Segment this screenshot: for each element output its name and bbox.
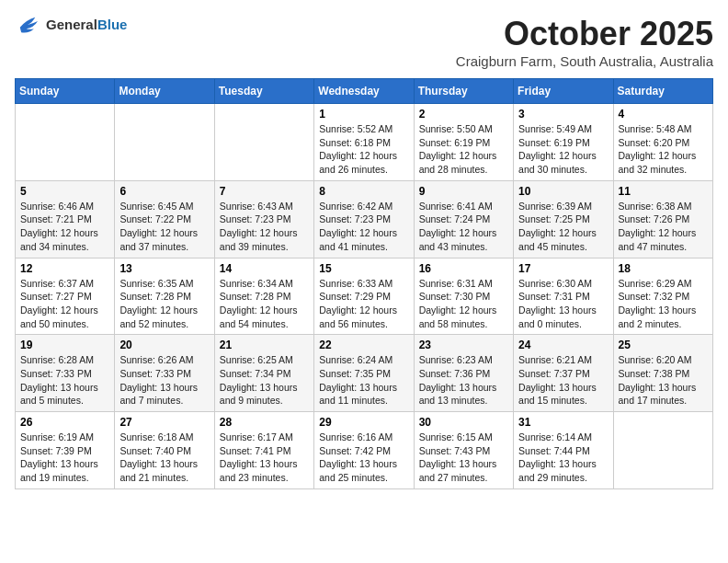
calendar-cell: 18Sunrise: 6:29 AMSunset: 7:32 PMDayligh… bbox=[613, 258, 712, 335]
day-info: Sunrise: 5:52 AMSunset: 6:18 PMDaylight:… bbox=[319, 122, 408, 177]
dow-header-saturday: Saturday bbox=[613, 79, 712, 104]
day-number: 6 bbox=[119, 185, 209, 198]
day-number: 20 bbox=[119, 339, 209, 351]
day-number: 24 bbox=[518, 339, 608, 351]
calendar-cell: 28Sunrise: 6:17 AMSunset: 7:41 PMDayligh… bbox=[214, 412, 313, 489]
page-header: GeneralBlue October 2025 Craigburn Farm,… bbox=[15, 15, 713, 69]
calendar-cell: 19Sunrise: 6:28 AMSunset: 7:33 PMDayligh… bbox=[16, 335, 115, 412]
day-info: Sunrise: 6:29 AMSunset: 7:32 PMDaylight:… bbox=[619, 277, 708, 331]
calendar-cell: 16Sunrise: 6:31 AMSunset: 7:30 PMDayligh… bbox=[414, 258, 513, 335]
day-info: Sunrise: 6:19 AMSunset: 7:39 PMDaylight:… bbox=[20, 431, 109, 485]
day-number: 5 bbox=[20, 185, 109, 198]
dow-header-tuesday: Tuesday bbox=[214, 79, 313, 104]
calendar-cell bbox=[16, 104, 115, 181]
day-info: Sunrise: 6:20 AMSunset: 7:38 PMDaylight:… bbox=[619, 353, 708, 408]
day-info: Sunrise: 6:43 AMSunset: 7:23 PMDaylight:… bbox=[220, 200, 309, 254]
calendar-cell: 26Sunrise: 6:19 AMSunset: 7:39 PMDayligh… bbox=[16, 412, 115, 489]
day-number: 10 bbox=[518, 185, 608, 198]
day-info: Sunrise: 6:16 AMSunset: 7:42 PMDaylight:… bbox=[319, 431, 408, 485]
calendar-cell: 4Sunrise: 5:48 AMSunset: 6:20 PMDaylight… bbox=[613, 104, 712, 181]
calendar-cell bbox=[115, 104, 214, 181]
day-number: 1 bbox=[319, 108, 408, 121]
calendar-cell: 14Sunrise: 6:34 AMSunset: 7:28 PMDayligh… bbox=[214, 258, 313, 335]
day-number: 7 bbox=[220, 185, 309, 198]
day-info: Sunrise: 6:45 AMSunset: 7:22 PMDaylight:… bbox=[119, 200, 209, 254]
month-title: October 2025 bbox=[456, 15, 713, 53]
location-title: Craigburn Farm, South Australia, Austral… bbox=[456, 53, 713, 69]
calendar-cell: 7Sunrise: 6:43 AMSunset: 7:23 PMDaylight… bbox=[214, 180, 313, 258]
day-number: 28 bbox=[220, 416, 309, 429]
title-block: October 2025 Craigburn Farm, South Austr… bbox=[456, 15, 713, 69]
day-number: 26 bbox=[20, 416, 109, 429]
day-info: Sunrise: 6:14 AMSunset: 7:44 PMDaylight:… bbox=[518, 431, 608, 485]
calendar-cell: 13Sunrise: 6:35 AMSunset: 7:28 PMDayligh… bbox=[115, 258, 214, 335]
day-number: 17 bbox=[518, 262, 608, 275]
day-info: Sunrise: 5:49 AMSunset: 6:19 PMDaylight:… bbox=[518, 122, 608, 177]
day-number: 31 bbox=[518, 416, 608, 429]
calendar-cell bbox=[214, 104, 313, 181]
day-number: 21 bbox=[220, 339, 309, 351]
day-info: Sunrise: 6:46 AMSunset: 7:21 PMDaylight:… bbox=[20, 200, 109, 254]
day-number: 15 bbox=[319, 262, 408, 275]
day-info: Sunrise: 6:17 AMSunset: 7:41 PMDaylight:… bbox=[220, 431, 309, 485]
calendar-week-4: 19Sunrise: 6:28 AMSunset: 7:33 PMDayligh… bbox=[16, 335, 713, 412]
dow-header-sunday: Sunday bbox=[16, 79, 115, 104]
day-info: Sunrise: 6:23 AMSunset: 7:36 PMDaylight:… bbox=[419, 353, 508, 408]
calendar-cell: 29Sunrise: 6:16 AMSunset: 7:42 PMDayligh… bbox=[314, 412, 414, 489]
day-number: 4 bbox=[619, 108, 708, 121]
calendar-cell: 1Sunrise: 5:52 AMSunset: 6:18 PMDaylight… bbox=[314, 104, 414, 181]
day-info: Sunrise: 6:15 AMSunset: 7:43 PMDaylight:… bbox=[419, 431, 508, 485]
calendar-cell bbox=[613, 412, 712, 489]
day-info: Sunrise: 6:42 AMSunset: 7:23 PMDaylight:… bbox=[319, 200, 408, 254]
day-number: 12 bbox=[20, 262, 109, 275]
calendar-cell: 8Sunrise: 6:42 AMSunset: 7:23 PMDaylight… bbox=[314, 180, 414, 258]
day-number: 18 bbox=[619, 262, 708, 275]
calendar-cell: 20Sunrise: 6:26 AMSunset: 7:33 PMDayligh… bbox=[115, 335, 214, 412]
day-info: Sunrise: 6:35 AMSunset: 7:28 PMDaylight:… bbox=[119, 277, 209, 331]
day-info: Sunrise: 6:37 AMSunset: 7:27 PMDaylight:… bbox=[20, 277, 109, 331]
day-number: 3 bbox=[518, 108, 608, 121]
day-number: 14 bbox=[220, 262, 309, 275]
calendar-cell: 2Sunrise: 5:50 AMSunset: 6:19 PMDaylight… bbox=[414, 104, 513, 181]
day-info: Sunrise: 6:24 AMSunset: 7:35 PMDaylight:… bbox=[319, 353, 408, 408]
calendar-cell: 10Sunrise: 6:39 AMSunset: 7:25 PMDayligh… bbox=[514, 180, 613, 258]
dow-header-monday: Monday bbox=[115, 79, 214, 104]
calendar-week-2: 5Sunrise: 6:46 AMSunset: 7:21 PMDaylight… bbox=[16, 180, 713, 258]
calendar-cell: 23Sunrise: 6:23 AMSunset: 7:36 PMDayligh… bbox=[414, 335, 513, 412]
calendar-cell: 15Sunrise: 6:33 AMSunset: 7:29 PMDayligh… bbox=[314, 258, 414, 335]
day-number: 11 bbox=[619, 185, 708, 198]
day-info: Sunrise: 6:26 AMSunset: 7:33 PMDaylight:… bbox=[119, 353, 209, 408]
day-info: Sunrise: 6:41 AMSunset: 7:24 PMDaylight:… bbox=[419, 200, 508, 254]
day-number: 27 bbox=[119, 416, 209, 429]
day-number: 13 bbox=[119, 262, 209, 275]
days-of-week-row: SundayMondayTuesdayWednesdayThursdayFrid… bbox=[16, 79, 713, 104]
dow-header-thursday: Thursday bbox=[414, 79, 513, 104]
logo: GeneralBlue bbox=[15, 15, 127, 35]
calendar-cell: 5Sunrise: 6:46 AMSunset: 7:21 PMDaylight… bbox=[16, 180, 115, 258]
dow-header-friday: Friday bbox=[514, 79, 613, 104]
day-info: Sunrise: 6:30 AMSunset: 7:31 PMDaylight:… bbox=[518, 277, 608, 331]
day-number: 19 bbox=[20, 339, 109, 351]
day-number: 25 bbox=[619, 339, 708, 351]
logo-blue-text: Blue bbox=[97, 17, 128, 32]
day-info: Sunrise: 6:33 AMSunset: 7:29 PMDaylight:… bbox=[319, 277, 408, 331]
calendar-cell: 22Sunrise: 6:24 AMSunset: 7:35 PMDayligh… bbox=[314, 335, 414, 412]
calendar-cell: 17Sunrise: 6:30 AMSunset: 7:31 PMDayligh… bbox=[514, 258, 613, 335]
day-info: Sunrise: 5:48 AMSunset: 6:20 PMDaylight:… bbox=[619, 122, 708, 177]
day-info: Sunrise: 6:28 AMSunset: 7:33 PMDaylight:… bbox=[20, 353, 109, 408]
calendar-cell: 30Sunrise: 6:15 AMSunset: 7:43 PMDayligh… bbox=[414, 412, 513, 489]
day-info: Sunrise: 6:21 AMSunset: 7:37 PMDaylight:… bbox=[518, 353, 608, 408]
calendar-cell: 24Sunrise: 6:21 AMSunset: 7:37 PMDayligh… bbox=[514, 335, 613, 412]
calendar-week-3: 12Sunrise: 6:37 AMSunset: 7:27 PMDayligh… bbox=[16, 258, 713, 335]
calendar-week-5: 26Sunrise: 6:19 AMSunset: 7:39 PMDayligh… bbox=[16, 412, 713, 489]
day-number: 22 bbox=[319, 339, 408, 351]
calendar-week-1: 1Sunrise: 5:52 AMSunset: 6:18 PMDaylight… bbox=[16, 104, 713, 181]
day-number: 30 bbox=[419, 416, 508, 429]
calendar-cell: 12Sunrise: 6:37 AMSunset: 7:27 PMDayligh… bbox=[16, 258, 115, 335]
day-info: Sunrise: 6:18 AMSunset: 7:40 PMDaylight:… bbox=[119, 431, 209, 485]
dow-header-wednesday: Wednesday bbox=[314, 79, 414, 104]
calendar-cell: 11Sunrise: 6:38 AMSunset: 7:26 PMDayligh… bbox=[613, 180, 712, 258]
calendar-table: SundayMondayTuesdayWednesdayThursdayFrid… bbox=[15, 78, 713, 489]
calendar-cell: 31Sunrise: 6:14 AMSunset: 7:44 PMDayligh… bbox=[514, 412, 613, 489]
calendar-cell: 6Sunrise: 6:45 AMSunset: 7:22 PMDaylight… bbox=[115, 180, 214, 258]
